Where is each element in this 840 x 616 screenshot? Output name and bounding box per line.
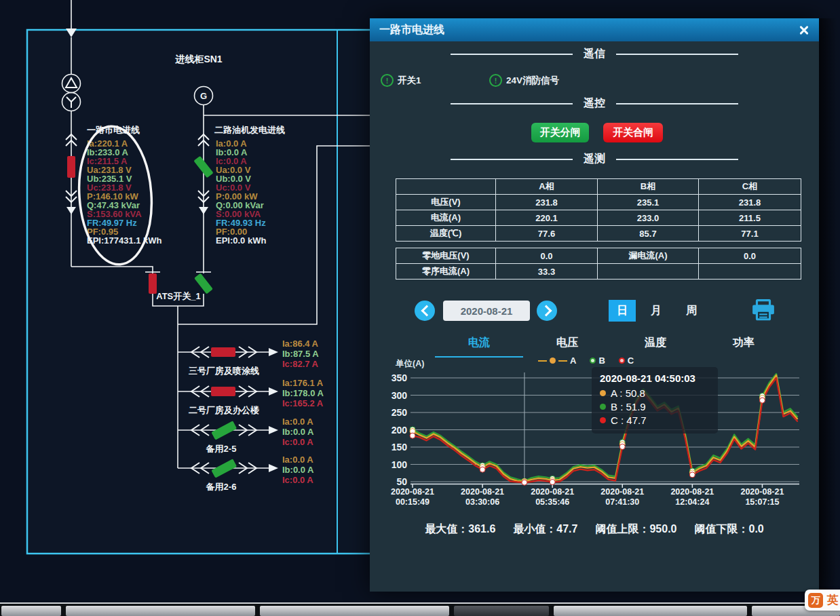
svg-text:Ib:0.0 A: Ib:0.0 A (282, 465, 314, 475)
section-remote-control: 遥控 (370, 96, 819, 111)
alert-circle-icon: ! (381, 74, 394, 87)
tooltip-timestamp: 2020-08-21 04:50:03 (600, 372, 710, 384)
svg-text:Ia:0.0 A: Ia:0.0 A (282, 455, 313, 465)
tab-current[interactable]: 电流 (435, 336, 523, 358)
period-month-button[interactable]: 月 (643, 300, 670, 322)
legend-item-b[interactable]: B (590, 355, 605, 366)
svg-text:50: 50 (396, 476, 407, 487)
switch-close-button[interactable]: 开关合闸 (603, 123, 663, 142)
table-row: 温度(℃)77.6 85.777.1 (396, 226, 801, 242)
cabinet-title: 进线柜SN1 (174, 54, 222, 64)
stat-threshold-upper: 阈值上限：950.0 (595, 522, 676, 537)
table-row: 零序电流(A)33.3 (396, 264, 801, 280)
legend-item-a[interactable]: A (538, 355, 576, 366)
svg-text:2020-08-2105:35:46: 2020-08-2105:35:46 (531, 487, 574, 507)
chevron-right-icon (541, 305, 552, 317)
feeder-detail-dialog: 一路市电进线 遥信 ! 开关1 ! 24V消防信号 遥控 开关分闸 开关合闸 遥 (370, 18, 819, 592)
svg-text:Ia:176.1 A: Ia:176.1 A (282, 378, 324, 388)
svg-text:EPI:0.0 kWh: EPI:0.0 kWh (216, 235, 266, 246)
printer-icon[interactable] (751, 299, 776, 321)
stat-threshold-lower: 阈值下限：0.0 (694, 522, 763, 537)
stat-max: 最大值：361.6 (425, 522, 495, 537)
branch-label: 三号厂房及喷涂线 (189, 366, 259, 376)
svg-text:350: 350 (392, 372, 408, 383)
svg-text:Ic:0.0 A: Ic:0.0 A (282, 437, 313, 447)
dialog-title: 一路市电进线 (379, 23, 444, 37)
date-input[interactable]: 2020-08-21 (443, 301, 530, 321)
series-b-dot-icon (600, 404, 606, 410)
feeder2-title: 二路油机发电进线 (214, 125, 285, 135)
svg-text:Ib:0.0 A: Ib:0.0 A (282, 427, 314, 437)
branch-label: 备用2-5 (206, 444, 237, 454)
svg-text:200: 200 (392, 425, 408, 436)
alert-circle-icon: ! (489, 74, 502, 87)
section-title: 遥测 (584, 152, 605, 166)
table-row: 电流(A)220.1 233.0211.5 (396, 210, 801, 226)
translate-label: 英 (827, 592, 839, 608)
legend-item-c[interactable]: C (619, 355, 634, 366)
svg-text:2020-08-2103:30:06: 2020-08-2103:30:06 (461, 487, 504, 507)
series-c-dot-icon (600, 417, 606, 423)
period-day-button[interactable]: 日 (609, 300, 636, 322)
keyboard-strip (0, 602, 840, 616)
svg-text:250: 250 (392, 407, 408, 418)
section-remote-signal: 遥信 (370, 47, 819, 61)
metric-tabs: 电流 电压 温度 功率 (435, 336, 788, 358)
branch-label: 备用2-6 (206, 482, 237, 492)
series-a-dot-icon (600, 390, 606, 396)
svg-text:Ib:178.0 A: Ib:178.0 A (282, 388, 324, 398)
table-row: 电压(V)231.8 235.1231.8 (396, 195, 801, 210)
svg-text:150: 150 (392, 442, 408, 453)
switch-open-button[interactable]: 开关分闸 (531, 123, 589, 142)
svg-text:2020-08-2115:07:15: 2020-08-2115:07:15 (740, 487, 784, 507)
section-telemetry: 遥测 (370, 152, 819, 166)
svg-text:Ia:86.4 A: Ia:86.4 A (282, 339, 319, 349)
branch-label: 二号厂房及办公楼 (189, 405, 260, 415)
chevron-left-icon (421, 305, 433, 317)
dialog-header: 一路市电进线 (370, 18, 819, 41)
chart-legend: A B C (538, 355, 634, 366)
svg-text:Ia:0.0 A: Ia:0.0 A (282, 417, 313, 427)
svg-text:Ic:82.7 A: Ic:82.7 A (282, 359, 319, 369)
scada-screen: G (0, 0, 840, 616)
svg-text:2020-08-2112:04:24: 2020-08-2112:04:24 (670, 487, 714, 507)
svg-text:Ic:0.0 A: Ic:0.0 A (282, 475, 313, 485)
table-row: 零地电压(V)0.0 漏电流(A)0.0 (396, 248, 801, 264)
ats-label: ATS开关_1 (156, 291, 201, 301)
table-header-row: A相 B相C相 (396, 179, 801, 195)
tab-temperature[interactable]: 温度 (611, 336, 700, 358)
tab-power[interactable]: 功率 (700, 336, 788, 358)
close-icon[interactable] (799, 24, 809, 35)
photo-vignette (819, 18, 840, 592)
chart-stats: 最大值：361.6 最小值：47.7 阈值上限：950.0 阈值下限：0.0 (370, 522, 819, 537)
svg-text:100: 100 (392, 459, 408, 470)
translate-badge[interactable]: 万 英 (805, 590, 840, 611)
extra-measurement-table: 零地电压(V)0.0 漏电流(A)0.0 零序电流(A)33.3 (396, 248, 801, 280)
section-title: 遥控 (584, 96, 605, 111)
translate-icon: 万 (808, 593, 823, 608)
svg-text:Ic:165.2 A: Ic:165.2 A (282, 398, 324, 408)
section-title: 遥信 (584, 47, 605, 61)
svg-text:2020-08-2100:15:49: 2020-08-2100:15:49 (391, 487, 434, 507)
ats-breaker-1-closed (149, 273, 157, 294)
generator-letter: G (200, 91, 207, 101)
stat-min: 最小值：47.7 (513, 522, 577, 537)
phase-measurement-table: A相 B相C相 电压(V)231.8 235.1231.8 电流(A)220.1… (396, 178, 801, 242)
next-date-button[interactable] (537, 301, 557, 321)
period-week-button[interactable]: 周 (678, 300, 705, 322)
signal-switch1: ! 开关1 (381, 74, 421, 87)
svg-text:Ib:87.5 A: Ib:87.5 A (282, 349, 319, 359)
svg-text:300: 300 (392, 390, 408, 401)
chart-tooltip: 2020-08-21 04:50:03 A : 50.8 B : 51.9 C … (592, 367, 718, 434)
feeder1-breaker-closed (67, 156, 75, 178)
tab-voltage[interactable]: 电压 (523, 336, 611, 358)
single-line-diagram: G (0, 0, 370, 602)
svg-text:2020-08-2107:41:30: 2020-08-2107:41:30 (600, 487, 644, 507)
prev-date-button[interactable] (415, 301, 435, 321)
svg-text:EPI:177431.1 kWh: EPI:177431.1 kWh (87, 235, 162, 246)
signal-fire-24v: ! 24V消防信号 (489, 74, 559, 87)
